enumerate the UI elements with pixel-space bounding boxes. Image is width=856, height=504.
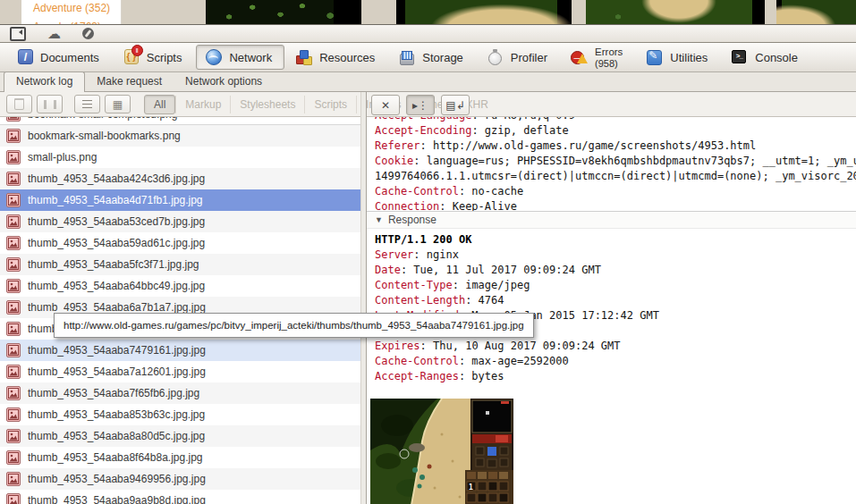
network-request-row[interactable]: thumb_4953_54aaba64bbc49.jpg.jpg — [0, 275, 360, 297]
tab-errors[interactable]: Errors (958) — [562, 43, 635, 72]
network-request-row[interactable]: small-plus.png — [0, 147, 360, 168]
pause-log-button[interactable] — [37, 95, 63, 113]
tab-label: Network — [229, 52, 272, 63]
tab-scripts[interactable]: ‖ Scripts — [114, 45, 195, 70]
header-name: Cache-Control — [375, 185, 459, 197]
panel-tab[interactable]: Network options — [174, 72, 274, 91]
image-file-icon — [6, 300, 21, 315]
request-file-name: thumb_4953_54aaba6a7b1a7.jpg.jpg — [28, 301, 206, 314]
console-terminal-icon — [731, 48, 749, 66]
network-request-row[interactable]: thumb_4953_54aaba7a12601.jpg.jpg — [0, 361, 360, 382]
game-screenshot-thumb[interactable] — [206, 0, 361, 24]
browser-page-strip: Adventure (352) Arcade (1763) — [0, 0, 856, 24]
panel-tab[interactable]: Network log — [4, 71, 85, 92]
network-request-row[interactable]: thumb_4953_54aaba853b63c.jpg.jpg — [0, 404, 360, 425]
image-file-icon — [6, 493, 21, 504]
detail-view-toggle-button[interactable]: ▸⋮ — [406, 95, 435, 115]
header-name: Date — [375, 264, 401, 276]
storage-icon — [398, 48, 416, 66]
type-filter-label: Markup — [185, 98, 221, 111]
header-value: 1499764066.1.1.utmcsr=(direct)|utmccn=(d… — [375, 170, 856, 182]
list-view-button[interactable] — [74, 95, 100, 113]
network-request-row[interactable]: thumb_4953_54aaba424c3d6.jpg.jpg — [0, 168, 360, 189]
close-detail-button[interactable]: ✕ — [371, 95, 400, 115]
utilities-pencil-icon — [646, 48, 664, 66]
clear-log-button[interactable] — [6, 95, 32, 113]
type-filter-label: Scripts — [314, 98, 347, 111]
image-file-icon — [6, 322, 21, 336]
request-file-name: bookmark-small-completed.png — [28, 117, 177, 121]
type-filter[interactable]: Markup — [175, 96, 230, 113]
tab-label: Profiler — [511, 52, 547, 63]
tab-label: Scripts — [147, 52, 182, 63]
type-filter[interactable]: Scripts — [304, 96, 356, 113]
opera-icon[interactable] — [82, 28, 94, 39]
image-file-icon — [6, 450, 21, 465]
type-filter[interactable]: Stylesheets — [230, 96, 304, 113]
type-filter[interactable]: All — [144, 95, 175, 114]
image-file-icon — [6, 129, 21, 143]
panel-splitter[interactable] — [360, 92, 367, 504]
tab-label: Errors (958) — [595, 46, 623, 69]
network-request-row[interactable]: thumb_4953_54aaba7479161.jpg.jpg — [0, 340, 360, 361]
header-name: Accept-Encoding — [375, 124, 471, 137]
image-file-icon — [6, 365, 21, 379]
network-request-row[interactable]: thumb_4953_54aaba8f64b8a.jpg.jpg — [0, 447, 360, 468]
request-file-name: thumb_4953_54aaba424c3d6.jpg.jpg — [28, 172, 205, 185]
game-screenshot-thumb[interactable] — [776, 0, 856, 24]
response-image-preview: 1 — [370, 399, 513, 504]
graph-view-button[interactable]: ▦ — [105, 95, 131, 113]
panel-tab[interactable]: Make request — [85, 72, 174, 91]
tab-utilities[interactable]: Utilities — [637, 45, 720, 70]
tab-storage[interactable]: Storage — [389, 45, 476, 70]
game-screenshot-thumb[interactable] — [396, 0, 572, 24]
network-request-row[interactable]: bookmark-small-bookmarks.png — [0, 125, 360, 147]
grid-view-icon: ▦ — [113, 99, 123, 110]
image-file-icon — [6, 117, 21, 122]
network-request-row[interactable]: thumb_4953_54aaba53ced7b.jpg.jpg — [0, 211, 360, 232]
image-file-icon — [6, 343, 21, 357]
header-name: Referer — [375, 139, 420, 152]
cloud-icon[interactable]: ☁ — [47, 28, 61, 40]
game-screenshot-thumb[interactable] — [586, 0, 765, 24]
network-request-row[interactable]: thumb_4953_54aaba8a80d5c.jpg.jpg — [0, 425, 360, 447]
genre-link-adventure[interactable]: Adventure (352) — [33, 2, 121, 14]
errors-warning-icon — [571, 48, 589, 66]
network-request-row[interactable]: thumb_4953_54aaba9469956.jpg.jpg — [0, 468, 360, 490]
tab-resources[interactable]: Resources — [286, 45, 387, 70]
request-file-name: thumb_4953_54aaba9aa9b8d.jpg.jpg — [28, 494, 206, 504]
image-file-icon — [6, 386, 21, 400]
raw-view-toggle-button[interactable]: ▤↲ — [441, 95, 470, 115]
tab-label: Utilities — [670, 52, 708, 63]
tab-label: Resources — [319, 52, 375, 63]
network-request-list: bookmark-small-completed.png bookmark-sm… — [0, 117, 360, 504]
tab-documents[interactable]: Documents — [7, 45, 112, 70]
header-value: : Tue, 11 Jul 2017 09:09:24 GMT — [401, 264, 601, 276]
tab-profiler[interactable]: Profiler — [478, 45, 560, 70]
header-name: Cache-Control — [375, 355, 459, 367]
network-request-row[interactable]: bookmark-small-completed.png — [0, 117, 360, 125]
devtools-window-bar: ☁ — [0, 24, 856, 43]
panel-tab-label: Make request — [97, 75, 162, 88]
type-filter-label: All — [154, 98, 165, 111]
header-value: : ru-RU,ru;q=0.9 — [471, 117, 575, 122]
profiler-stopwatch-icon — [487, 48, 504, 66]
detail-panel-buttons: ✕ ▸⋮ ▤↲ — [371, 95, 470, 115]
header-name: Content-Length — [375, 294, 465, 307]
network-request-row[interactable]: thumb_4953_54aaba59ad61c.jpg.jpg — [0, 232, 360, 254]
dock-panel-icon[interactable] — [10, 27, 26, 41]
tab-label: Storage — [422, 52, 463, 63]
network-request-row[interactable]: thumb_4953_54aaba4d71fb1.jpg.jpg — [0, 189, 360, 211]
network-request-row[interactable]: thumb_4953_54aaba5fc3f71.jpg.jpg — [0, 254, 360, 275]
tab-network[interactable]: Network — [196, 45, 284, 70]
response-section-header[interactable]: ▼Response — [367, 211, 856, 229]
request-header-line: Accept-Encoding: gzip, deflate — [367, 123, 856, 139]
network-request-row[interactable]: thumb_4953_54aaba9aa9b8d.jpg.jpg — [0, 490, 360, 504]
network-request-row[interactable]: thumb_4953_54aaba7f65fb6.jpg.jpg — [0, 382, 360, 404]
request-file-name: thumb_4953_54aaba7f65fb6.jpg.jpg — [28, 387, 199, 399]
tab-console[interactable]: Console — [722, 45, 810, 70]
request-header-line: 1499764066.1.1.utmcsr=(direct)|utmccn=(d… — [367, 169, 856, 184]
header-value: : http://www.old-games.ru/game/screensho… — [420, 139, 757, 152]
request-file-name: thumb_4953_54aaba8a80d5c.jpg.jpg — [28, 430, 205, 442]
panel-tab-label: Network options — [185, 75, 262, 88]
